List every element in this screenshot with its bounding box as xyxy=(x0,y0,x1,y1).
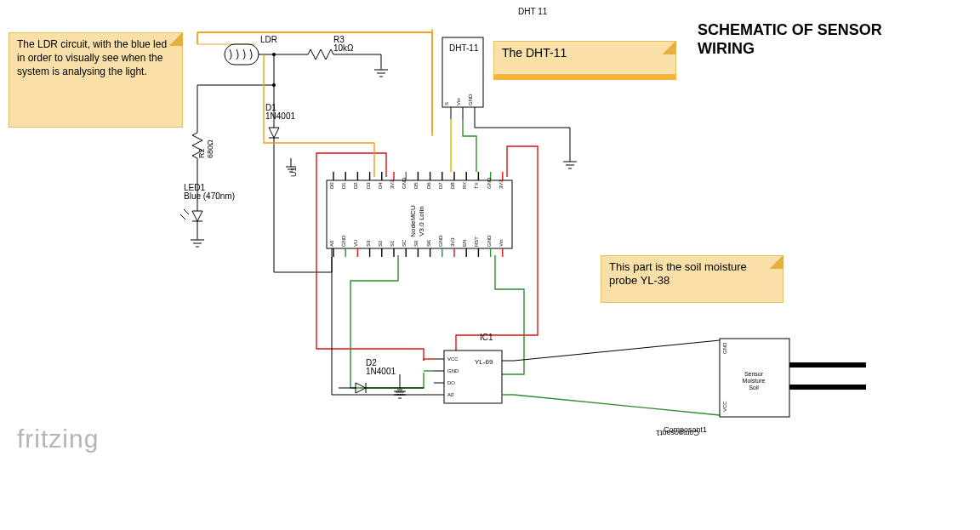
svg-text:Moisture: Moisture xyxy=(743,378,766,384)
svg-text:S1: S1 xyxy=(390,240,395,247)
svg-text:GND: GND xyxy=(402,177,407,189)
svg-text:D3: D3 xyxy=(366,182,371,189)
svg-text:D8: D8 xyxy=(450,182,455,189)
svg-text:3V3: 3V3 xyxy=(390,180,395,189)
svg-text:10kΩ: 10kΩ xyxy=(333,43,354,53)
svg-text:Vin: Vin xyxy=(456,98,461,105)
svg-point-10 xyxy=(272,83,276,87)
svg-text:Soil: Soil xyxy=(749,385,759,390)
svg-text:1N4001: 1N4001 xyxy=(366,367,396,376)
svg-text:DO: DO xyxy=(447,380,455,385)
svg-text:SC: SC xyxy=(402,239,407,247)
svg-text:1N4001: 1N4001 xyxy=(265,111,295,121)
svg-text:S0: S0 xyxy=(413,240,419,247)
svg-text:VU: VU xyxy=(353,240,358,247)
svg-text:R2: R2 xyxy=(197,148,206,158)
svg-text:Blue (470nm): Blue (470nm) xyxy=(184,191,235,201)
svg-text:VCC: VCC xyxy=(722,401,727,412)
svg-marker-18 xyxy=(269,128,279,138)
svg-text:VCC: VCC xyxy=(447,356,459,362)
svg-text:D4: D4 xyxy=(378,182,383,189)
svg-text:Sensor: Sensor xyxy=(744,371,764,377)
svg-text:TX: TX xyxy=(474,182,479,189)
svg-rect-0 xyxy=(225,44,259,65)
svg-rect-131 xyxy=(789,362,866,368)
svg-text:RX: RX xyxy=(462,182,467,189)
svg-rect-132 xyxy=(789,385,866,390)
svg-text:3V3: 3V3 xyxy=(450,237,455,247)
svg-text:GND: GND xyxy=(487,177,492,189)
svg-text:S3: S3 xyxy=(366,240,371,247)
svg-text:SK: SK xyxy=(426,240,431,247)
svg-text:RST: RST xyxy=(474,237,479,247)
svg-text:EN: EN xyxy=(462,240,467,247)
svg-text:3V3: 3V3 xyxy=(499,180,504,189)
svg-text:S: S xyxy=(444,102,449,105)
svg-marker-24 xyxy=(192,211,202,221)
svg-text:GND: GND xyxy=(487,235,492,247)
svg-point-8 xyxy=(272,53,276,56)
svg-text:V3.0 Lolin: V3.0 Lolin xyxy=(418,206,425,237)
svg-text:DHT-11: DHT-11 xyxy=(449,43,479,53)
svg-text:D0: D0 xyxy=(329,182,334,189)
svg-text:IC1: IC1 xyxy=(480,333,493,342)
svg-text:D2: D2 xyxy=(353,182,358,189)
svg-text:A0: A0 xyxy=(447,392,454,397)
svg-text:LDR: LDR xyxy=(260,35,277,44)
svg-text:YL-69: YL-69 xyxy=(475,358,493,366)
svg-text:GND: GND xyxy=(722,342,727,354)
svg-text:GND: GND xyxy=(468,94,473,105)
svg-text:Composant1: Composant1 xyxy=(664,425,707,434)
svg-text:NodeMCU: NodeMCU xyxy=(409,205,417,237)
svg-text:D6: D6 xyxy=(426,182,431,189)
svg-text:D7: D7 xyxy=(438,182,443,189)
svg-text:D5: D5 xyxy=(413,182,419,189)
schematic-svg: LDR R3 10kΩ R2 680Ω D1 1N4001 LED1 Blue … xyxy=(0,0,980,530)
svg-text:D1: D1 xyxy=(341,182,346,189)
svg-text:GND: GND xyxy=(341,235,346,247)
svg-text:Vin: Vin xyxy=(499,239,504,247)
svg-text:GND: GND xyxy=(438,235,443,247)
svg-text:680Ω: 680Ω xyxy=(206,140,214,158)
svg-text:A0: A0 xyxy=(329,240,334,247)
svg-text:GND: GND xyxy=(447,368,459,373)
svg-text:S2: S2 xyxy=(378,240,383,247)
